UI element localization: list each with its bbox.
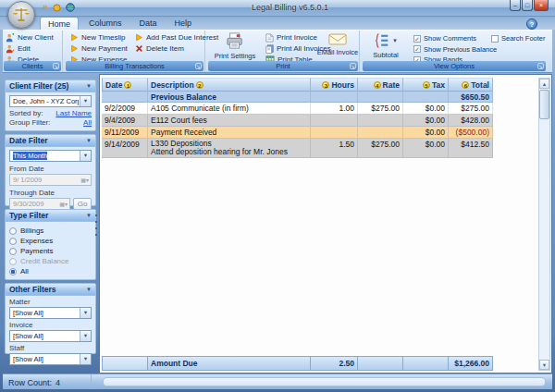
close-button[interactable]: ×: [534, 0, 549, 11]
subtotal-button[interactable]: ▼ Subtotal: [365, 32, 406, 59]
group-filter-link[interactable]: All: [83, 118, 92, 127]
column-header-tax[interactable]: 5 Tax: [403, 78, 449, 92]
scroll-down-icon[interactable]: ▼: [539, 360, 549, 370]
chevron-down-icon[interactable]: ▼: [86, 210, 92, 222]
quick-access-toolbar: »: [43, 3, 75, 12]
column-header-total[interactable]: 6 Total: [449, 78, 493, 92]
row-count: Row Count: 4: [3, 374, 92, 389]
type-radio-credit-balance: Credit Balance: [9, 256, 92, 266]
dialog-launcher-icon[interactable]: ↘: [195, 63, 202, 69]
other-filters-header[interactable]: Other Filters ▼: [6, 284, 95, 296]
help-icon[interactable]: ?: [526, 18, 537, 30]
dialog-launcher-icon[interactable]: ↘: [537, 63, 544, 69]
column-header-hours[interactable]: 3 Hours: [311, 78, 358, 92]
sidebar-splitter[interactable]: [95, 214, 98, 236]
chevron-down-icon[interactable]: ▼: [86, 80, 92, 92]
horizontal-scrollbar[interactable]: [103, 377, 546, 386]
type-radio-expenses[interactable]: Expenses: [9, 236, 92, 246]
new-payment-button[interactable]: New Payment: [68, 43, 130, 54]
column-header-description[interactable]: Description 2: [148, 78, 311, 92]
scales-of-justice-icon: [12, 6, 31, 24]
show-previous-balance-checkbox[interactable]: Show Previous Balance: [413, 44, 497, 54]
chevron-down-icon[interactable]: ▼: [80, 354, 91, 364]
delete-item-button[interactable]: Delete Item: [132, 43, 204, 54]
new-timeslip-button[interactable]: New Timeslip: [68, 32, 130, 43]
checkbox-icon: [413, 35, 421, 43]
radio-icon: [9, 268, 17, 276]
radio-icon: [9, 227, 17, 235]
dialog-launcher-icon[interactable]: ↘: [350, 63, 356, 69]
client-select[interactable]: Doe, John - XYZ Corporatio ▼: [9, 95, 92, 107]
date-preset-select[interactable]: This Month ▼: [9, 150, 92, 162]
column-header-date[interactable]: Date 1: [102, 78, 148, 92]
tab-columns[interactable]: Columns: [81, 17, 130, 30]
staff-select[interactable]: [Show All] ▼: [9, 353, 92, 365]
tab-data[interactable]: Data: [132, 17, 165, 30]
type-radio-payments[interactable]: Payments: [9, 246, 92, 256]
chevron-down-icon[interactable]: ▼: [80, 96, 91, 106]
scrollbar-thumb[interactable]: [539, 90, 549, 119]
show-comments-checkbox[interactable]: Show Comments: [413, 34, 497, 43]
search-footer-checkbox[interactable]: Search Footer: [491, 34, 545, 43]
chevron-down-icon[interactable]: ▼: [392, 38, 398, 43]
table-row[interactable]: 9/14/2009 L330 Depositions Attend deposi…: [102, 139, 493, 158]
edit-client-button[interactable]: Edit: [3, 43, 62, 54]
chevron-down-icon[interactable]: ▼: [80, 308, 91, 318]
minimize-button[interactable]: –: [510, 0, 521, 11]
column-badge: 1: [124, 81, 131, 89]
type-radio-all[interactable]: All: [9, 266, 92, 276]
gold-chevrons-icon[interactable]: »: [43, 3, 48, 12]
calendar-icon: ▦▾: [80, 177, 89, 183]
globe-icon[interactable]: [66, 3, 75, 12]
printer-icon: [226, 32, 244, 50]
table-row-payment[interactable]: 9/11/2009 Payment Received $0.00 ($500.0…: [102, 127, 493, 139]
tab-home[interactable]: Home: [40, 17, 79, 30]
person-edit-icon: [6, 44, 15, 54]
radio-icon: [9, 248, 17, 255]
type-filter-header[interactable]: Type Filter ▼: [6, 210, 95, 222]
column-header-rate[interactable]: 4 Rate: [358, 78, 403, 92]
matter-select[interactable]: [Show All] ▼: [9, 307, 92, 319]
ribbon: New Client Edit Delete Clients ↘: [3, 30, 552, 73]
email-invoice-button[interactable]: EMail Invoice: [316, 32, 359, 56]
date-filter-panel: Date Filter ▼ This Month ▼ From Date 9/ …: [5, 134, 96, 206]
print-settings-button[interactable]: Print Settings: [209, 32, 261, 60]
chevron-down-icon[interactable]: ▼: [86, 135, 92, 147]
column-badge: 2: [196, 81, 204, 89]
gold-arrow-icon: [70, 44, 79, 53]
dialog-launcher-icon[interactable]: ↘: [53, 63, 59, 69]
print-all-invoices-button[interactable]: Print All Invoices: [263, 43, 320, 54]
group-filter-label: Group Filter:: [9, 118, 50, 127]
app-menu-orb[interactable]: [7, 1, 35, 29]
row-count-label: Row Count:: [8, 378, 52, 387]
radio-icon: [9, 238, 17, 245]
gold-hand-icon[interactable]: [53, 4, 61, 12]
vertical-scrollbar[interactable]: ▲ ▼: [538, 78, 550, 371]
app-window: Legal Billing v6.5.0.1 » – □: [0, 0, 555, 392]
amount-due-hours: 2.50: [311, 356, 358, 371]
print-invoice-button[interactable]: Print Invoice: [263, 32, 320, 43]
maximize-button[interactable]: □: [522, 0, 533, 11]
subtotal-icon: [374, 32, 390, 49]
group-caption-print: Print ↘: [208, 61, 358, 71]
client-filter-header[interactable]: Client Filter (25) ▼: [6, 80, 95, 92]
chevron-down-icon[interactable]: ▼: [80, 151, 91, 161]
sorted-by-link[interactable]: Last Name: [56, 109, 92, 117]
ribbon-group-clients: New Client Edit Delete Clients ↘: [3, 31, 63, 72]
date-filter-header[interactable]: Date Filter ▼: [6, 135, 95, 147]
content-area: Client Filter (25) ▼ Doe, John - XYZ Cor…: [3, 74, 552, 374]
tab-help[interactable]: Help: [167, 17, 200, 30]
previous-balance-row[interactable]: Previous Balance $650.50: [102, 92, 493, 103]
invoice-select[interactable]: [Show All] ▼: [9, 330, 92, 342]
chevron-down-icon[interactable]: ▼: [80, 331, 91, 341]
column-badge: 3: [322, 81, 329, 89]
table-row[interactable]: 9/2/2009 A105 Communicate (in firm) 1.00…: [102, 103, 493, 115]
documents-icon: [265, 44, 274, 54]
radio-icon: [9, 258, 17, 265]
table-row[interactable]: 9/4/2009 E112 Court fees $0.00 $428.00: [102, 115, 493, 127]
type-radio-billings[interactable]: Billings: [9, 226, 92, 236]
chevron-down-icon[interactable]: ▼: [86, 284, 92, 296]
scroll-up-icon[interactable]: ▲: [539, 79, 549, 89]
add-past-due-interest-button[interactable]: Add Past Due Interest: [132, 32, 204, 43]
new-client-button[interactable]: New Client: [3, 32, 62, 43]
